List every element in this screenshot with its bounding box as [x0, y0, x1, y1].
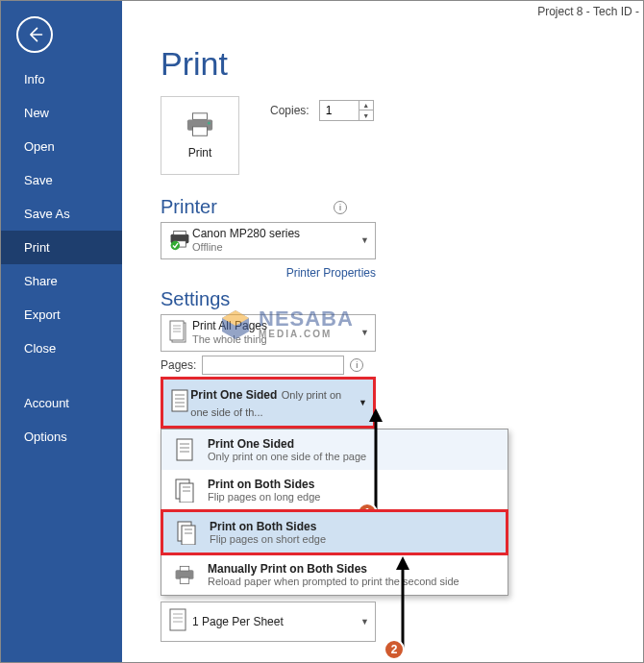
svg-point-3: [208, 122, 211, 125]
svg-rect-33: [170, 609, 186, 630]
page-title: Print: [161, 45, 644, 83]
sidebar-item-new[interactable]: New: [1, 96, 122, 130]
sidebar-item-options[interactable]: Options: [1, 420, 122, 454]
copies-label: Copies:: [270, 104, 310, 117]
svg-rect-13: [172, 390, 187, 411]
option-subtitle: Only print on one side of the page: [208, 451, 366, 462]
svg-rect-2: [193, 127, 208, 135]
backstage-sidebar: Info New Open Save Save As Print Share E…: [1, 1, 122, 663]
svg-rect-18: [177, 439, 192, 460]
popup-option-both-short[interactable]: Print on Both SidesFlip pages on short e…: [161, 509, 508, 555]
pages-icon: [169, 320, 190, 345]
spinner-down[interactable]: ▼: [359, 110, 373, 120]
arrow-left-icon: [25, 25, 44, 44]
chevron-down-icon: ▼: [360, 617, 369, 626]
printer-manual-icon: [172, 564, 197, 585]
svg-rect-31: [180, 566, 188, 571]
sidebar-item-save[interactable]: Save: [1, 163, 122, 197]
page-both-short-icon: [176, 520, 197, 545]
chevron-down-icon: ▼: [359, 398, 367, 407]
sides-dropdown-popup: Print One SidedOnly print on one side of…: [161, 429, 508, 596]
sides-select[interactable]: Print One Sided Only print on one side o…: [161, 377, 376, 429]
annotation-arrow-1: [366, 408, 385, 514]
info-icon[interactable]: i: [334, 201, 347, 214]
svg-rect-23: [180, 483, 193, 503]
sidebar-item-share[interactable]: Share: [1, 264, 122, 298]
print-what-subtitle: The whole thing: [192, 333, 360, 347]
print-button[interactable]: Print: [161, 96, 239, 175]
back-button[interactable]: [16, 16, 53, 53]
printer-name: Canon MP280 series: [192, 227, 360, 241]
svg-rect-9: [170, 321, 184, 340]
pages-input[interactable]: [202, 356, 344, 375]
print-backstage-main: Print Print Copies: ▲ ▼ Printer i: [122, 1, 644, 663]
per-sheet-label: 1 Page Per Sheet: [192, 615, 360, 628]
sidebar-item-open[interactable]: Open: [1, 130, 122, 163]
chevron-down-icon: ▼: [360, 328, 369, 337]
page-both-long-icon: [174, 478, 195, 503]
printer-status: Offline: [192, 241, 360, 255]
info-icon[interactable]: i: [350, 358, 363, 372]
sides-title: Print One Sided: [190, 388, 277, 402]
sidebar-item-info[interactable]: Info: [1, 62, 122, 96]
settings-heading: Settings: [161, 288, 230, 310]
printer-status-icon: [167, 230, 192, 251]
spinner-up[interactable]: ▲: [359, 101, 373, 110]
svg-marker-42: [396, 556, 409, 570]
print-button-label: Print: [188, 146, 212, 160]
chevron-down-icon: ▼: [360, 235, 369, 245]
pages-per-sheet-select[interactable]: 1 Page Per Sheet ▼: [161, 602, 376, 642]
printer-properties-link[interactable]: Printer Properties: [286, 266, 376, 280]
option-subtitle: Reload paper when prompted to print the …: [208, 576, 459, 587]
page-single-icon: [167, 607, 188, 632]
popup-option-one-sided[interactable]: Print One SidedOnly print on one side of…: [161, 430, 508, 470]
option-subtitle: Flip pages on short edge: [210, 533, 326, 545]
printer-select[interactable]: Canon MP280 series Offline ▼: [161, 222, 376, 259]
print-what-select[interactable]: Print All Pages The whole thing ▼: [161, 314, 376, 352]
step-badge-2: 2: [384, 639, 405, 660]
page-one-sided-icon: [169, 388, 190, 413]
option-subtitle: Flip pages on long edge: [208, 491, 320, 503]
option-title: Manually Print on Both Sides: [208, 562, 459, 576]
option-title: Print One Sided: [208, 437, 366, 451]
option-title: Print on Both Sides: [208, 478, 320, 491]
svg-rect-32: [180, 577, 188, 583]
page-one-sided-icon: [174, 437, 195, 462]
svg-rect-5: [174, 232, 186, 235]
sidebar-item-print[interactable]: Print: [1, 231, 122, 264]
popup-option-manual-both[interactable]: Manually Print on Both SidesReload paper…: [161, 554, 508, 595]
svg-rect-0: [193, 113, 208, 120]
printer-heading: Printer: [161, 196, 217, 218]
copies-spinner[interactable]: ▲ ▼: [319, 100, 374, 121]
pages-label: Pages:: [161, 358, 196, 372]
svg-point-7: [171, 241, 180, 250]
sidebar-item-close[interactable]: Close: [1, 332, 122, 365]
copies-input[interactable]: [320, 101, 359, 120]
printer-icon: [186, 111, 214, 138]
print-what-title: Print All Pages: [192, 319, 360, 333]
option-title: Print on Both Sides: [210, 520, 326, 533]
annotation-arrow-2: [393, 556, 412, 652]
popup-option-both-long[interactable]: Print on Both SidesFlip pages on long ed…: [161, 470, 508, 510]
svg-marker-40: [369, 408, 383, 422]
sidebar-item-save-as[interactable]: Save As: [1, 197, 122, 231]
svg-rect-27: [182, 526, 195, 545]
sidebar-item-account[interactable]: Account: [1, 386, 122, 420]
sidebar-item-export[interactable]: Export: [1, 298, 122, 332]
